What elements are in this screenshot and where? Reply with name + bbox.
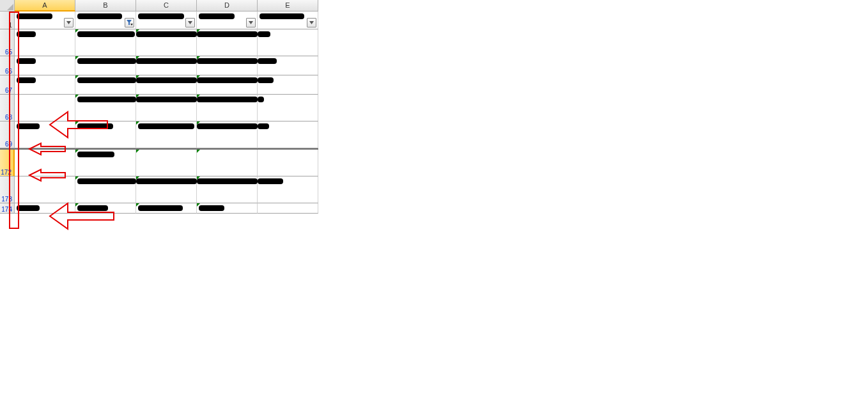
cell-D173[interactable]	[197, 176, 258, 203]
redacted-text	[136, 97, 197, 102]
cell-E174[interactable]	[258, 203, 318, 214]
redacted-text	[258, 77, 274, 83]
cell-A68[interactable]	[15, 95, 75, 121]
table-row	[15, 176, 318, 203]
cell-C174[interactable]	[136, 203, 197, 214]
cell-C65[interactable]	[136, 29, 197, 56]
column-header-D[interactable]: D	[197, 0, 258, 12]
cell-B1[interactable]	[75, 12, 136, 29]
row-header-67[interactable]: 67	[0, 75, 15, 95]
column-header-B[interactable]: B	[75, 0, 136, 12]
filter-button[interactable]	[64, 18, 74, 27]
cell-E66[interactable]	[258, 56, 318, 75]
cell-C1[interactable]	[136, 12, 197, 29]
cell-E65[interactable]	[258, 29, 318, 56]
cell-A69[interactable]	[15, 121, 75, 148]
redacted-text	[138, 205, 183, 211]
cell-B174[interactable]	[75, 203, 136, 214]
table-row	[15, 95, 318, 121]
cell-A67[interactable]	[15, 75, 75, 95]
cell-D174[interactable]	[197, 203, 258, 214]
redacted-text	[258, 123, 269, 129]
redacted-text	[258, 31, 270, 37]
redacted-text	[199, 205, 224, 211]
redacted-text	[77, 178, 136, 184]
cell-C67[interactable]	[136, 75, 197, 95]
cell-D66[interactable]	[197, 56, 258, 75]
cell-C172[interactable]	[136, 150, 197, 176]
table-row	[15, 29, 318, 56]
row-header-1[interactable]: 1	[0, 12, 15, 29]
row-header-173[interactable]: 173	[0, 176, 15, 203]
cell-E68[interactable]	[258, 95, 318, 121]
cell-A172[interactable]	[15, 150, 75, 176]
filter-button[interactable]	[185, 18, 195, 27]
cell-C173[interactable]	[136, 176, 197, 203]
table-row	[15, 75, 318, 95]
cell-D65[interactable]	[197, 29, 258, 56]
redacted-text	[77, 31, 135, 37]
cell-E1[interactable]	[258, 12, 318, 29]
cell-B172[interactable]	[75, 150, 136, 176]
redacted-text	[77, 123, 113, 129]
cell-B67[interactable]	[75, 75, 136, 95]
cell-C66[interactable]	[136, 56, 197, 75]
cell-D69[interactable]	[197, 121, 258, 148]
redacted-text	[17, 13, 52, 19]
filter-button[interactable]	[307, 18, 316, 27]
cell-B68[interactable]	[75, 95, 136, 121]
column-header-A[interactable]: A	[15, 0, 75, 12]
column-header-C[interactable]: C	[136, 0, 197, 12]
table-row	[15, 121, 318, 148]
redacted-text	[258, 58, 277, 64]
redacted-text	[258, 97, 264, 102]
svg-marker-5	[249, 21, 253, 24]
cells-area	[15, 12, 318, 214]
redacted-text	[77, 77, 136, 83]
redacted-text	[197, 178, 258, 184]
table-row	[15, 203, 318, 214]
cell-E69[interactable]	[258, 121, 318, 148]
cell-C68[interactable]	[136, 95, 197, 121]
cell-D68[interactable]	[197, 95, 258, 121]
select-all-corner[interactable]	[0, 0, 15, 12]
cell-B173[interactable]	[75, 176, 136, 203]
cell-D67[interactable]	[197, 75, 258, 95]
error-indicator-icon	[197, 150, 200, 153]
cell-A66[interactable]	[15, 56, 75, 75]
redacted-text	[197, 123, 258, 129]
column-headers: ABCDE	[15, 0, 318, 12]
redacted-text	[77, 58, 136, 64]
redacted-text	[77, 152, 114, 157]
redacted-text	[138, 123, 194, 129]
cell-D1[interactable]	[197, 12, 258, 29]
redacted-text	[77, 205, 108, 211]
redacted-text	[136, 77, 197, 83]
error-indicator-icon	[136, 150, 139, 153]
cell-B69[interactable]	[75, 121, 136, 148]
cell-A174[interactable]	[15, 203, 75, 214]
cell-B65[interactable]	[75, 29, 136, 56]
row-header-68[interactable]: 68	[0, 95, 15, 121]
filter-button[interactable]	[246, 18, 256, 27]
row-header-174[interactable]: 174	[0, 203, 15, 214]
cell-E173[interactable]	[258, 176, 318, 203]
filter-active-button[interactable]	[125, 18, 134, 27]
cell-A173[interactable]	[15, 176, 75, 203]
row-header-172[interactable]: 172	[0, 150, 15, 176]
row-header-66[interactable]: 66	[0, 56, 15, 75]
redacted-text	[260, 13, 304, 19]
cell-B66[interactable]	[75, 56, 136, 75]
cell-D172[interactable]	[197, 150, 258, 176]
cell-E172[interactable]	[258, 150, 318, 176]
redacted-text	[17, 31, 36, 37]
cell-A65[interactable]	[15, 29, 75, 56]
row-header-69[interactable]: 69	[0, 121, 15, 148]
redacted-text	[136, 178, 197, 184]
cell-E67[interactable]	[258, 75, 318, 95]
cell-C69[interactable]	[136, 121, 197, 148]
column-header-E[interactable]: E	[258, 0, 318, 12]
cell-A1[interactable]	[15, 12, 75, 29]
table-row	[15, 56, 318, 75]
row-header-65[interactable]: 65	[0, 29, 15, 56]
